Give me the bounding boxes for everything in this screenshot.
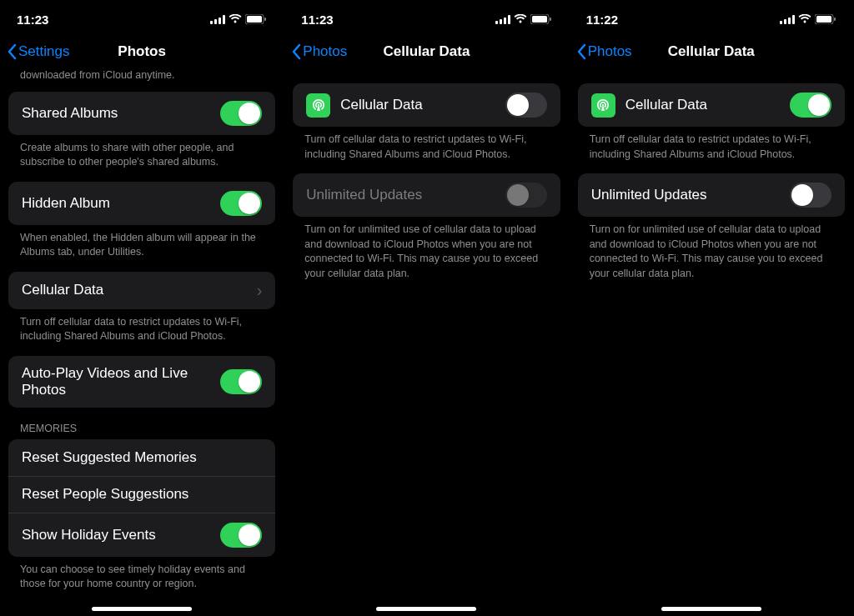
status-bar: 11:23 bbox=[0, 0, 284, 35]
svg-rect-20 bbox=[834, 18, 836, 21]
unlimited-updates-footer: Turn on for unlimited use of cellular da… bbox=[570, 217, 853, 293]
status-icons bbox=[780, 14, 836, 24]
chevron-right-icon: › bbox=[257, 281, 263, 300]
nav-bar: Photos Cellular Data bbox=[284, 35, 568, 68]
reset-suggested-memories-row[interactable]: Reset Suggested Memories bbox=[8, 439, 275, 476]
svg-rect-16 bbox=[788, 18, 791, 24]
shared-albums-toggle[interactable] bbox=[220, 101, 262, 126]
back-label: Photos bbox=[303, 43, 347, 60]
show-holiday-label: Show Holiday Events bbox=[22, 527, 156, 543]
status-time: 11:23 bbox=[17, 13, 48, 27]
home-indicator[interactable] bbox=[92, 607, 192, 611]
status-icons bbox=[210, 14, 267, 24]
cellular-data-toggle[interactable] bbox=[790, 93, 831, 118]
unlimited-updates-row: Unlimited Updates bbox=[293, 173, 560, 217]
svg-rect-3 bbox=[223, 15, 225, 24]
antenna-icon bbox=[306, 93, 330, 118]
home-indicator[interactable] bbox=[661, 607, 761, 611]
svg-rect-13 bbox=[550, 18, 551, 21]
hidden-album-label: Hidden Album bbox=[22, 195, 110, 212]
autoplay-toggle[interactable] bbox=[220, 369, 262, 394]
shared-albums-row[interactable]: Shared Albums bbox=[8, 92, 275, 135]
hidden-album-toggle[interactable] bbox=[220, 191, 262, 216]
wifi-icon bbox=[514, 14, 527, 24]
status-bar: 11:22 bbox=[570, 0, 853, 35]
status-time: 11:22 bbox=[586, 13, 618, 27]
cellular-data-row[interactable]: Cellular Data bbox=[293, 83, 560, 127]
memories-group: Reset Suggested Memories Reset People Su… bbox=[8, 439, 275, 557]
back-label: Settings bbox=[18, 43, 69, 60]
back-button[interactable]: Settings bbox=[7, 43, 69, 60]
wifi-icon bbox=[798, 14, 811, 24]
cellular-data-footer: Turn off cellular data to restrict updat… bbox=[0, 309, 284, 356]
phone-cellular-off: 11:23 Photos Cellular Data Cellular Data… bbox=[284, 0, 569, 616]
back-button[interactable]: Photos bbox=[291, 43, 347, 60]
unlimited-updates-label: Unlimited Updates bbox=[306, 187, 422, 203]
svg-rect-14 bbox=[780, 21, 782, 24]
cellular-data-footer: Turn off cellular data to restrict updat… bbox=[570, 127, 853, 173]
unlimited-updates-row[interactable]: Unlimited Updates bbox=[578, 173, 845, 217]
chevron-left-icon bbox=[291, 43, 301, 60]
svg-rect-12 bbox=[532, 16, 547, 23]
back-button[interactable]: Photos bbox=[576, 43, 632, 60]
show-holiday-footer: You can choose to see timely holiday eve… bbox=[0, 557, 284, 603]
hidden-album-row[interactable]: Hidden Album bbox=[8, 182, 275, 225]
cellular-data-toggle[interactable] bbox=[505, 93, 547, 118]
svg-rect-2 bbox=[219, 18, 221, 24]
svg-rect-6 bbox=[264, 18, 266, 21]
svg-rect-5 bbox=[247, 16, 262, 23]
svg-rect-0 bbox=[210, 21, 213, 24]
svg-rect-1 bbox=[214, 19, 217, 24]
signal-icon bbox=[495, 15, 510, 24]
wifi-icon bbox=[229, 14, 242, 24]
cellular-data-footer: Turn off cellular data to restrict updat… bbox=[284, 127, 568, 173]
battery-icon bbox=[530, 14, 552, 24]
shared-albums-footer: Create albums to share with other people… bbox=[0, 135, 284, 182]
home-indicator[interactable] bbox=[376, 607, 476, 611]
svg-rect-15 bbox=[784, 19, 786, 24]
memories-header: MEMORIES bbox=[0, 408, 284, 439]
shared-albums-label: Shared Albums bbox=[22, 105, 118, 122]
hidden-album-footer: When enabled, the Hidden album will appe… bbox=[0, 225, 284, 272]
unlimited-updates-label: Unlimited Updates bbox=[591, 187, 707, 203]
chevron-left-icon bbox=[576, 43, 586, 60]
show-holiday-toggle[interactable] bbox=[220, 523, 262, 548]
unlimited-updates-footer: Turn on for unlimited use of cellular da… bbox=[284, 217, 568, 293]
svg-rect-9 bbox=[504, 18, 506, 24]
reset-people-label: Reset People Suggestions bbox=[22, 486, 188, 503]
nav-bar: Settings Photos bbox=[0, 35, 284, 68]
chevron-left-icon bbox=[7, 43, 17, 60]
cellular-data-label: Cellular Data bbox=[625, 97, 707, 113]
unlimited-updates-toggle bbox=[505, 183, 547, 208]
signal-icon bbox=[210, 15, 225, 24]
cellular-data-label: Cellular Data bbox=[340, 97, 422, 113]
signal-icon bbox=[780, 15, 795, 24]
unlimited-updates-toggle[interactable] bbox=[790, 183, 831, 208]
phone-photos-settings: 11:23 Settings Photos downloaded from iC… bbox=[0, 0, 284, 616]
cellular-data-label: Cellular Data bbox=[22, 282, 103, 298]
battery-icon bbox=[245, 14, 267, 24]
svg-rect-8 bbox=[500, 19, 502, 24]
cellular-data-row[interactable]: Cellular Data bbox=[578, 83, 845, 127]
status-time: 11:23 bbox=[301, 13, 333, 27]
reset-people-suggestions-row[interactable]: Reset People Suggestions bbox=[8, 476, 275, 513]
reset-suggested-label: Reset Suggested Memories bbox=[22, 449, 197, 466]
svg-rect-7 bbox=[495, 21, 498, 24]
page-title: Photos bbox=[118, 43, 166, 60]
icloud-footer-partial: downloaded from iCloud anytime. bbox=[0, 68, 284, 92]
show-holiday-row[interactable]: Show Holiday Events bbox=[8, 513, 275, 557]
antenna-icon bbox=[591, 93, 615, 118]
svg-rect-19 bbox=[816, 16, 831, 23]
status-bar: 11:23 bbox=[284, 0, 568, 35]
phone-cellular-on: 11:22 Photos Cellular Data Cellular Data… bbox=[570, 0, 854, 616]
autoplay-label: Auto-Play Videos and Live Photos bbox=[22, 365, 220, 398]
page-title: Cellular Data bbox=[668, 43, 755, 60]
status-icons bbox=[495, 14, 552, 24]
nav-bar: Photos Cellular Data bbox=[570, 35, 853, 68]
svg-rect-17 bbox=[792, 15, 795, 24]
battery-icon bbox=[815, 14, 836, 24]
autoplay-row[interactable]: Auto-Play Videos and Live Photos bbox=[8, 356, 275, 408]
svg-rect-10 bbox=[508, 15, 510, 24]
page-title: Cellular Data bbox=[384, 43, 470, 60]
cellular-data-row[interactable]: Cellular Data › bbox=[8, 272, 275, 309]
